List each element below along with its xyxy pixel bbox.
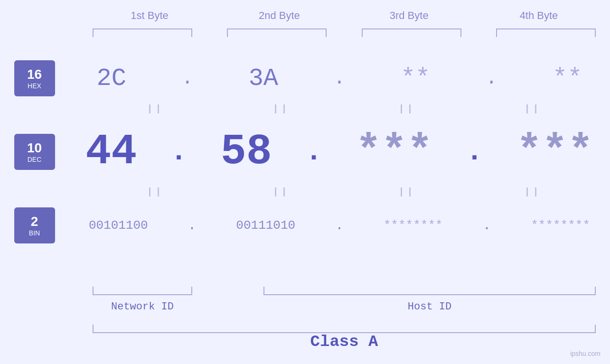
dec-values: 44 . 58 . *** . *** xyxy=(69,128,610,176)
sep-sym-2: || xyxy=(225,103,338,114)
network-id-label: Network ID xyxy=(93,301,192,313)
dec-dot-1: . xyxy=(170,136,187,168)
bracket-byte-2 xyxy=(227,28,327,37)
hex-badge-label: HEX xyxy=(28,82,41,90)
host-bracket xyxy=(263,287,596,295)
sep-sym-6: || xyxy=(225,187,338,197)
hex-dot-2: . xyxy=(334,68,345,89)
dec-val-1: 44 xyxy=(85,128,137,176)
dec-val-4: *** xyxy=(516,128,593,176)
bracket-byte-4 xyxy=(496,28,596,37)
bin-val-1: 00101100 xyxy=(89,218,148,233)
sep-sym-3: || xyxy=(350,103,464,114)
sep-hex-dec: || || || || xyxy=(93,103,596,114)
bin-dot-3: . xyxy=(482,217,491,233)
hex-dot-3: . xyxy=(486,68,497,89)
hex-badge: 16 HEX xyxy=(14,60,55,96)
bin-dot-1: . xyxy=(188,217,197,233)
hex-val-4: ** xyxy=(553,65,582,93)
byte-label-3: 3rd Byte xyxy=(352,9,466,22)
hex-values: 2C . 3A . ** . ** xyxy=(69,65,610,93)
bin-val-2: 00111010 xyxy=(236,218,295,233)
hex-badge-area: 16 HEX xyxy=(0,60,69,96)
hex-dot-1: . xyxy=(182,68,193,89)
byte-labels-row: 1st Byte 2nd Byte 3rd Byte 4th Byte xyxy=(93,9,596,22)
bin-badge-label: BIN xyxy=(29,229,40,237)
id-labels: Network ID Host ID xyxy=(93,301,596,313)
bracket-byte-1 xyxy=(93,28,192,37)
hex-row: 16 HEX 2C . 3A . ** . ** xyxy=(0,57,610,100)
class-label-row: Class A xyxy=(93,333,596,351)
byte-label-1: 1st Byte xyxy=(93,9,206,22)
bin-val-3: ******** xyxy=(384,218,443,233)
class-label: Class A xyxy=(310,333,378,351)
hex-val-2: 3A xyxy=(249,65,278,93)
byte-label-4: 4th Byte xyxy=(482,9,596,22)
dec-row: 10 DEC 44 . 58 . *** . *** xyxy=(0,121,610,183)
bin-dot-2: . xyxy=(335,217,344,233)
bin-badge: 2 BIN xyxy=(14,207,55,243)
sep-sym-8: || xyxy=(476,187,590,197)
dec-badge-area: 10 DEC xyxy=(0,134,69,170)
hex-val-1: 2C xyxy=(96,65,126,93)
dec-badge-number: 10 xyxy=(27,140,42,156)
dec-dot-2: . xyxy=(305,136,322,168)
byte-label-2: 2nd Byte xyxy=(222,9,336,22)
bin-badge-number: 2 xyxy=(31,214,38,229)
dec-badge: 10 DEC xyxy=(14,134,55,170)
sep-sym-5: || xyxy=(99,187,213,197)
class-bracket-row xyxy=(93,325,596,333)
top-brackets xyxy=(93,28,596,37)
id-brackets xyxy=(93,287,596,295)
main-layout: 1st Byte 2nd Byte 3rd Byte 4th Byte 16 H… xyxy=(0,0,610,364)
watermark: ipshu.com xyxy=(570,350,601,357)
hex-val-3: ** xyxy=(401,65,430,93)
sep-sym-7: || xyxy=(350,187,464,197)
bin-values: 00101100 . 00111010 . ******** . *******… xyxy=(69,217,610,233)
dec-dot-3: . xyxy=(466,136,483,168)
bin-badge-area: 2 BIN xyxy=(0,207,69,243)
hex-badge-number: 16 xyxy=(27,67,42,82)
bin-row: 2 BIN 00101100 . 00111010 . ******** . *… xyxy=(0,204,610,247)
dec-val-3: *** xyxy=(356,128,432,176)
bracket-byte-3 xyxy=(362,28,461,37)
class-bracket xyxy=(93,325,596,333)
sep-sym-4: || xyxy=(476,103,590,114)
dec-badge-label: DEC xyxy=(28,156,42,163)
sep-sym-1: || xyxy=(99,103,213,114)
host-id-label: Host ID xyxy=(263,301,596,313)
sep-dec-bin: || || || || xyxy=(93,187,596,197)
bin-val-4: ******** xyxy=(531,218,590,233)
dec-val-2: 58 xyxy=(221,128,272,176)
network-bracket xyxy=(93,287,192,295)
